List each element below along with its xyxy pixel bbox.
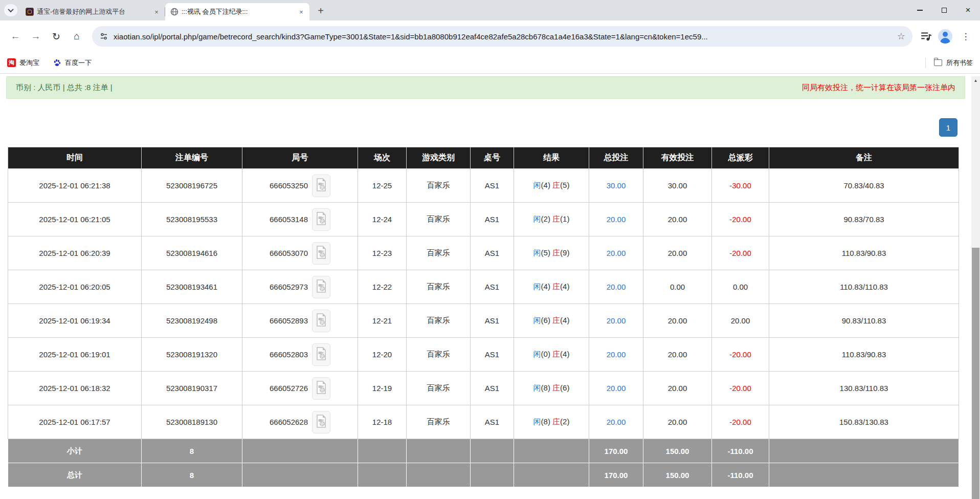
video-file-icon — [316, 212, 327, 227]
cell-round-number: 666053070 — [242, 236, 358, 270]
tab-tongbao[interactable]: 通宝-信誉最好的网上游戏平台 × — [20, 3, 165, 20]
result-player-label: 闲 — [533, 282, 541, 291]
subtotal-row: 小计 8 170.00 150.00 -110.00 — [8, 439, 959, 463]
video-replay-button[interactable] — [312, 242, 330, 265]
cell-game-type: 百家乐 — [407, 304, 471, 338]
video-file-icon — [316, 178, 327, 193]
bookmark-baidu[interactable]: 百度一下 — [53, 58, 92, 68]
cell-note: 130.83/110.83 — [769, 372, 959, 405]
scrollbar-thumb[interactable] — [972, 248, 979, 499]
result-player-label: 闲 — [533, 383, 541, 392]
video-replay-button[interactable] — [312, 411, 330, 433]
cell-total-bet: 20.00 — [589, 405, 643, 439]
cell-time: 2025-12-01 06:20:39 — [8, 236, 142, 270]
cell-table-number: AS1 — [471, 304, 514, 338]
video-file-icon — [316, 381, 327, 396]
minimize-button[interactable] — [908, 0, 932, 20]
taobao-icon: 淘 — [7, 58, 16, 67]
cell-game-type: 百家乐 — [407, 372, 471, 405]
tab-title: 通宝-信誉最好的网上游戏平台 — [37, 7, 149, 16]
col-valid-bet: 有效投注 — [643, 147, 712, 169]
summary-info-bar: 币别 : 人民币 | 总共 :8 注单 | 同局有效投注，统一计算在该局第一张注… — [6, 76, 965, 99]
subtotal-count: 8 — [142, 439, 242, 463]
tab-bet-records[interactable]: :::视讯 会员下注纪录::: × — [165, 3, 309, 20]
bookmark-aitaobao[interactable]: 淘 爱淘宝 — [7, 58, 39, 68]
result-player-label: 闲 — [533, 350, 541, 358]
col-game-type: 游戏类别 — [407, 147, 471, 169]
round-number-text: 666052893 — [270, 316, 308, 325]
table-row: 2025-12-01 06:19:01523008191320666052803… — [8, 338, 959, 372]
address-bar[interactable]: xiaotian.so/ipl/portal.php/game/betrecor… — [92, 26, 912, 47]
profile-avatar[interactable] — [938, 29, 952, 44]
cell-total-bet: 20.00 — [589, 304, 643, 338]
scroll-up-icon[interactable]: ▲ — [971, 76, 980, 85]
cell-round-number: 666053148 — [242, 203, 358, 236]
globe-icon — [170, 8, 179, 16]
cell-table-number: AS1 — [471, 405, 514, 439]
video-replay-button[interactable] — [312, 377, 330, 400]
video-replay-button[interactable] — [312, 310, 330, 332]
person-icon — [943, 32, 948, 37]
cell-bet-number: 523008189130 — [142, 405, 242, 439]
bookmark-star-icon[interactable]: ☆ — [897, 31, 905, 42]
forward-button[interactable]: → — [27, 28, 44, 45]
cell-session: 12-25 — [358, 169, 407, 203]
cell-result: 闲(4) 庄(4) — [514, 270, 589, 304]
result-banker-count: (4) — [560, 350, 569, 358]
maximize-button[interactable] — [932, 0, 956, 20]
video-replay-button[interactable] — [312, 343, 330, 366]
result-banker-label: 庄 — [552, 350, 560, 358]
url-text[interactable]: xiaotian.so/ipl/portal.php/game/betrecor… — [114, 32, 893, 41]
cell-payout: 0.00 — [712, 270, 769, 304]
subtotal-total-bet: 170.00 — [589, 439, 643, 463]
cell-time: 2025-12-01 06:20:05 — [8, 270, 142, 304]
cell-table-number: AS1 — [471, 169, 514, 203]
cell-game-type: 百家乐 — [407, 270, 471, 304]
result-banker-label: 庄 — [552, 248, 560, 257]
table-row: 2025-12-01 06:17:57523008189130666052628… — [8, 405, 959, 439]
site-info-icon[interactable] — [99, 32, 108, 41]
result-player-count: (8) — [541, 383, 553, 392]
cell-total-bet: 20.00 — [589, 338, 643, 372]
video-replay-button[interactable] — [312, 276, 330, 298]
cell-result: 闲(6) 庄(4) — [514, 304, 589, 338]
media-controls-icon[interactable] — [920, 30, 933, 43]
tab-close-icon[interactable]: × — [297, 8, 305, 16]
all-bookmarks-label[interactable]: 所有书签 — [946, 58, 973, 68]
cell-session: 12-22 — [358, 270, 407, 304]
cell-time: 2025-12-01 06:17:57 — [8, 405, 142, 439]
cell-payout: -30.00 — [712, 169, 769, 203]
video-replay-button[interactable] — [312, 175, 330, 197]
cell-note: 90.83/70.83 — [769, 203, 959, 236]
result-player-count: (2) — [541, 214, 553, 223]
result-player-count: (8) — [541, 417, 553, 426]
vertical-scrollbar[interactable]: ▲ — [971, 76, 980, 499]
result-player-count: (5) — [541, 248, 553, 257]
result-banker-count: (2) — [560, 417, 569, 426]
home-button[interactable]: ⌂ — [68, 28, 85, 45]
cell-round-number: 666052973 — [242, 270, 358, 304]
cell-valid-bet: 20.00 — [643, 203, 712, 236]
cell-bet-number: 523008190317 — [142, 372, 242, 405]
cell-result: 闲(0) 庄(4) — [514, 338, 589, 372]
cell-result: 闲(5) 庄(9) — [514, 236, 589, 270]
tab-search-button[interactable] — [4, 4, 17, 16]
new-tab-button[interactable]: + — [314, 4, 328, 18]
cell-payout: -20.00 — [712, 338, 769, 372]
cell-payout: -20.00 — [712, 372, 769, 405]
video-file-icon — [316, 279, 327, 294]
close-button[interactable]: × — [956, 0, 980, 20]
round-number-text: 666053070 — [270, 249, 308, 257]
total-row: 总计 8 170.00 150.00 -110.00 — [8, 463, 959, 487]
bookmarks-divider — [925, 58, 926, 68]
cell-time: 2025-12-01 06:18:32 — [8, 372, 142, 405]
result-player-label: 闲 — [533, 417, 541, 426]
video-replay-button[interactable] — [312, 208, 330, 231]
cell-note: 110.83/110.83 — [769, 270, 959, 304]
tab-close-icon[interactable]: × — [152, 8, 161, 16]
back-button[interactable]: ← — [7, 28, 24, 45]
pagination-page-1-button[interactable]: 1 — [939, 118, 957, 137]
table-header-row: 时间 注单编号 局号 场次 游戏类别 桌号 结果 总投注 有效投注 总派彩 备注 — [8, 147, 959, 169]
browser-menu-button[interactable]: ⋮ — [957, 28, 974, 45]
reload-button[interactable]: ↻ — [48, 28, 65, 45]
